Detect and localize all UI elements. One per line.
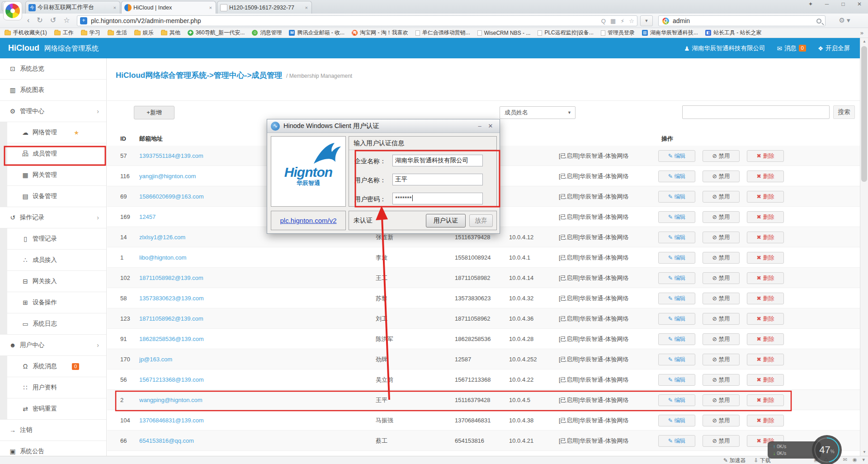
disable-button[interactable]: ⊘ 禁用	[703, 211, 740, 223]
bookmark-item[interactable]: ☺消息管理	[252, 29, 282, 37]
sidebar-item-成员管理[interactable]: 品成员管理	[0, 143, 106, 165]
bookmark-item[interactable]: 单仁合强移动营销...	[415, 29, 470, 37]
magnifier-icon[interactable]	[816, 19, 821, 24]
browser-search-box[interactable]: Q admin	[658, 15, 826, 26]
sidebar-item-用户资料[interactable]: ∷用户资料	[0, 377, 106, 398]
edit-button[interactable]: ✎ 编辑	[658, 211, 695, 223]
bookmark-item[interactable]: M腾讯企业邮箱 - 收...	[289, 29, 344, 37]
bookmark-item[interactable]: ✚360导航_新一代安...	[188, 29, 245, 37]
more-icon[interactable]: ▾	[863, 457, 865, 463]
sidebar-item-管理记录[interactable]: ▯管理记录	[0, 228, 106, 250]
sidebar-item-网关管理[interactable]: ▦网关管理	[0, 165, 106, 186]
delete-button[interactable]: ✖ 删除	[747, 394, 784, 406]
disable-button[interactable]: ⊘ 禁用	[703, 435, 740, 447]
delete-button[interactable]: ✖ 删除	[747, 313, 784, 325]
scrollbar-thumb[interactable]	[861, 46, 867, 182]
cell-email-link[interactable]: 12457	[139, 207, 156, 227]
disable-button[interactable]: ⊘ 禁用	[703, 232, 740, 243]
cell-email-link[interactable]: wangping@hignton.com	[139, 390, 203, 410]
record-icon[interactable]: ◉	[853, 457, 857, 463]
bookmark-item[interactable]: 学习	[81, 29, 100, 37]
field-input[interactable]: 王平	[392, 174, 483, 185]
dialog-close-icon[interactable]: ✕	[485, 123, 496, 129]
delete-button[interactable]: ✖ 删除	[747, 293, 784, 304]
sidebar-item-设备操作[interactable]: ⊞设备操作	[0, 292, 106, 313]
bookmark-item[interactable]: 其他	[161, 29, 180, 37]
undo-icon[interactable]: ↺	[50, 14, 56, 27]
tab-close-icon[interactable]: ×	[304, 5, 309, 10]
authenticate-button[interactable]: 用户认证	[426, 214, 466, 227]
bookmark-item[interactable]: PLC远程监控|设备...	[538, 29, 593, 37]
edit-button[interactable]: ✎ 编辑	[658, 415, 695, 426]
cell-email-link[interactable]: 654153816@qq.com	[139, 431, 194, 451]
bookmark-item[interactable]: 手机收藏夹(1)	[5, 29, 47, 37]
disable-button[interactable]: ⊘ 禁用	[703, 354, 740, 365]
edit-button[interactable]: ✎ 编辑	[658, 150, 695, 162]
browser-tab[interactable]: H120-1509-1617-2932-77×	[217, 1, 312, 14]
giveup-button[interactable]: 放弃	[469, 214, 493, 227]
network-speed-overlay[interactable]: ↑ 0K/s ↓ 0K/s 47%	[768, 435, 849, 464]
maximize-icon[interactable]: □	[838, 1, 848, 7]
dialog-title-bar[interactable]: ∿ Hinode Windows Client 用户认证 – ✕	[267, 119, 500, 133]
sidebar-item-系统消息[interactable]: Ω系统消息0	[0, 356, 106, 377]
cell-email-link[interactable]: yangjin@hignton.com	[139, 166, 196, 186]
bookmark-item[interactable]: 管理员登录	[601, 29, 635, 37]
edit-button[interactable]: ✎ 编辑	[658, 252, 695, 264]
cell-email-link[interactable]: 18711058982@139.com	[139, 268, 203, 288]
disable-button[interactable]: ⊘ 禁用	[703, 191, 740, 203]
edit-button[interactable]: ✎ 编辑	[658, 313, 695, 325]
tab-close-icon[interactable]: ×	[208, 5, 213, 10]
edit-button[interactable]: ✎ 编辑	[658, 374, 695, 386]
bookmark-item[interactable]: ▥湖南华辰智通科技...	[642, 29, 698, 37]
tools-wrench-icon[interactable]: ⚙ ▾	[832, 15, 857, 26]
accelerator-item[interactable]: ✎ 加速器	[723, 457, 745, 464]
delete-button[interactable]: ✖ 删除	[747, 211, 784, 223]
qr-code-icon[interactable]: ▦	[610, 18, 616, 24]
address-dropdown-button[interactable]: ▼	[640, 15, 653, 26]
cell-email-link[interactable]: libo@hignton.com	[139, 247, 186, 268]
close-icon[interactable]: ✕	[854, 1, 864, 7]
edit-button[interactable]: ✎ 编辑	[658, 354, 695, 365]
field-input[interactable]: *******	[392, 193, 483, 204]
bookmark-star-icon[interactable]: ☆	[629, 18, 634, 24]
sidebar-item-设备管理[interactable]: ▤设备管理	[0, 186, 106, 207]
header-company[interactable]: ♟ 湖南华辰智通科技有限公司	[684, 44, 765, 52]
minimize-icon[interactable]: ─	[822, 1, 832, 7]
cell-email-link[interactable]: 13937551184@139.com	[139, 146, 203, 166]
filter-select[interactable]: 成员姓名 ▼	[500, 106, 576, 119]
skin-icon[interactable]: ✦	[806, 1, 816, 7]
search-button[interactable]: 搜索	[833, 105, 855, 119]
delete-button[interactable]: ✖ 删除	[747, 191, 784, 203]
edit-button[interactable]: ✎ 编辑	[658, 170, 695, 182]
disable-button[interactable]: ⊘ 禁用	[703, 170, 740, 182]
browser-tab[interactable]: 今今目标互联网工作平台×	[25, 1, 120, 14]
sidebar-item-系统日志[interactable]: ▭系统日志	[0, 313, 106, 335]
header-fullscreen[interactable]: ❖ 开启全屏	[818, 44, 850, 52]
disable-button[interactable]: ⊘ 禁用	[703, 272, 740, 284]
bookmarks-overflow-icon[interactable]: »	[860, 29, 863, 36]
bookmark-item[interactable]: WiseCRM NBS - ...	[477, 30, 531, 36]
edit-button[interactable]: ✎ 编辑	[658, 435, 695, 447]
address-bar[interactable]: + plc.hignton.com/V2/admin-member.php Q …	[77, 15, 637, 26]
edit-button[interactable]: ✎ 编辑	[658, 394, 695, 406]
disable-button[interactable]: ⊘ 禁用	[703, 374, 740, 386]
add-member-button[interactable]: +新增	[134, 106, 175, 119]
lightning-icon[interactable]: ⚡	[620, 18, 624, 24]
favorite-star-icon[interactable]: ☆	[63, 14, 70, 27]
delete-button[interactable]: ✖ 删除	[747, 232, 784, 243]
header-messages[interactable]: ✉ 消息 0	[777, 44, 806, 52]
edit-button[interactable]: ✎ 编辑	[658, 333, 695, 345]
cell-email-link[interactable]: 13573830623@139.com	[139, 288, 204, 308]
bookmark-item[interactable]: 娱乐	[134, 29, 154, 37]
bookmark-item[interactable]: 生活	[108, 29, 127, 37]
bookmark-item[interactable]: 工作	[54, 29, 74, 37]
edit-button[interactable]: ✎ 编辑	[658, 293, 695, 304]
cell-email-link[interactable]: zlxlsy1@126.com	[139, 227, 185, 247]
disable-button[interactable]: ⊘ 禁用	[703, 415, 740, 426]
edit-button[interactable]: ✎ 编辑	[658, 191, 695, 203]
browser-tab[interactable]: HiCloud | Index×	[121, 1, 216, 14]
field-input[interactable]: 湖南华辰智通科技有限公司	[392, 155, 483, 166]
memory-gauge[interactable]: 47%	[812, 435, 842, 464]
refresh-icon[interactable]: ↻	[37, 14, 42, 27]
bookmark-item[interactable]: ◧站长工具 - 站长之家	[705, 29, 762, 37]
